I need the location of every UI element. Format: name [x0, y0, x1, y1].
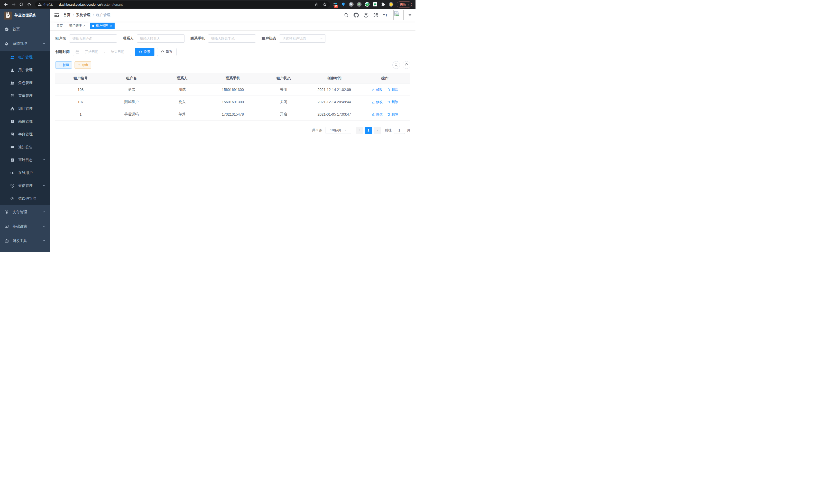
tab-close-icon[interactable]: ✕: [110, 24, 112, 28]
menu-tree-icon: [10, 94, 15, 98]
toggle-search-button[interactable]: [392, 61, 400, 69]
reset-button-label: 重置: [166, 50, 172, 54]
page-unit-label: 页: [407, 128, 410, 132]
cell-tenant-id: 108: [55, 84, 106, 96]
browser-back-icon[interactable]: [3, 1, 9, 8]
search-button[interactable]: 搜索: [135, 48, 154, 56]
sidebar-item-dev-tools[interactable]: 研发工具: [0, 234, 50, 248]
add-button[interactable]: 新增: [55, 61, 72, 68]
help-icon[interactable]: [364, 13, 369, 18]
tab-dept[interactable]: 部门管理 ✕: [67, 23, 88, 29]
date-separator: -: [104, 50, 105, 54]
browser-forward-icon[interactable]: [10, 1, 17, 8]
prev-page-button[interactable]: [355, 127, 363, 134]
sidebar-item-post[interactable]: 岗位管理: [0, 115, 50, 128]
refresh-icon: [161, 50, 165, 54]
sidebar-item-pay[interactable]: 支付管理: [0, 205, 50, 219]
sidebar-item-dict[interactable]: 字典管理: [0, 128, 50, 141]
github-icon[interactable]: [353, 12, 359, 18]
fullscreen-icon[interactable]: [373, 13, 378, 18]
sidebar-item-system[interactable]: 系统管理: [0, 36, 50, 51]
cell-created: 2021-01-05 17:03:47: [309, 108, 360, 120]
extensions-puzzle-icon[interactable]: [381, 2, 385, 7]
screenshot-extension-icon[interactable]: 10: [333, 2, 338, 7]
export-button[interactable]: 导出: [75, 61, 91, 68]
edit-pencil-icon: [372, 100, 375, 103]
col-created: 创建时间: [309, 73, 360, 84]
font-size-icon[interactable]: TT: [383, 13, 389, 18]
edit-link[interactable]: 修改: [372, 100, 382, 104]
user-icon: [10, 68, 15, 72]
cell-contact: 芋艿: [157, 108, 207, 120]
delete-link[interactable]: 删除: [387, 87, 398, 92]
command-extension-icon[interactable]: ⌘: [349, 2, 353, 7]
date-range-picker[interactable]: 开始日期 - 结束日期: [73, 48, 131, 56]
contact-input[interactable]: [137, 34, 185, 42]
infra-monitor-icon: [5, 225, 9, 229]
balloon-extension-icon[interactable]: [341, 2, 346, 7]
edit-label: 修改: [376, 100, 382, 104]
status-placeholder: 请选择租户状态: [282, 36, 320, 41]
browser-home-icon[interactable]: [26, 1, 32, 8]
sidebar-item-audit-log[interactable]: 审计日志: [0, 154, 50, 167]
sidebar-item-user[interactable]: 用户管理: [0, 64, 50, 77]
avatar[interactable]: [393, 10, 404, 20]
sidebar-item-role[interactable]: 角色管理: [0, 77, 50, 89]
sidebar-item-label: 系统管理: [12, 41, 27, 46]
edit-link[interactable]: 修改: [372, 87, 382, 92]
breadcrumb-system[interactable]: 系统管理: [76, 13, 90, 18]
bookmark-star-icon[interactable]: [323, 2, 327, 6]
emoji-extension-icon[interactable]: [389, 2, 393, 7]
tab-tenant[interactable]: 租户管理 ✕: [90, 23, 115, 29]
sidebar-item-tenant[interactable]: 租户管理: [0, 51, 50, 64]
page-number-1[interactable]: 1: [365, 127, 372, 134]
edit-link[interactable]: 修改: [372, 112, 382, 117]
delete-link[interactable]: 删除: [387, 112, 398, 117]
y-extension-icon[interactable]: Y: [365, 2, 370, 7]
reset-button[interactable]: 重置: [157, 48, 176, 56]
browser-update-button[interactable]: 更新: [397, 2, 412, 7]
sidebar-item-online-user[interactable]: 在线用户: [0, 167, 50, 179]
dot-extension-icon[interactable]: [357, 2, 362, 7]
sidebar-item-notice[interactable]: 通知公告: [0, 141, 50, 154]
hamburger-icon[interactable]: [54, 13, 59, 18]
goto-page-input[interactable]: [394, 127, 405, 134]
goto-label: 前往: [385, 128, 392, 132]
mobile-input[interactable]: [208, 34, 256, 42]
chevron-down-icon: [42, 158, 46, 162]
col-contact: 联系人: [157, 73, 207, 84]
col-tenant-id: 租户编号: [55, 73, 106, 84]
chat-extension-icon[interactable]: [373, 2, 377, 7]
share-icon[interactable]: [315, 2, 319, 6]
app-logo-row[interactable]: 芋道管理系统: [0, 9, 50, 22]
browser-reload-icon[interactable]: [18, 1, 25, 8]
refresh-table-button[interactable]: [403, 61, 410, 69]
breadcrumb-separator: /: [93, 13, 94, 17]
tab-label: 部门管理: [69, 24, 82, 28]
security-chip[interactable]: 不安全: [38, 2, 53, 7]
delete-link[interactable]: 删除: [387, 100, 398, 104]
address-bar[interactable]: 不安全 dashboard.yudao.iocoder.cn/system/te…: [35, 1, 330, 8]
sidebar-item-sms[interactable]: 短信管理: [0, 179, 50, 192]
header-search-icon[interactable]: [344, 13, 349, 18]
tab-home[interactable]: 首页: [54, 23, 65, 29]
system-submenu: 租户管理 用户管理 角色管理 菜单管理: [0, 51, 50, 205]
tab-label: 首页: [57, 24, 63, 28]
sidebar-item-error-code[interactable]: 错误码管理: [0, 192, 50, 205]
browser-menu-icon[interactable]: [408, 3, 409, 6]
gear-icon: [5, 41, 9, 46]
page-size-select[interactable]: 10条/页: [325, 127, 351, 134]
breadcrumb-home[interactable]: 首页: [63, 13, 70, 18]
extensions-strip: 10 ⌘ Y 更新: [333, 2, 413, 7]
sidebar-item-home[interactable]: 首页: [0, 22, 50, 36]
sidebar-item-menu[interactable]: 菜单管理: [0, 89, 50, 102]
tenant-name-input[interactable]: [69, 34, 117, 42]
sidebar-item-infra[interactable]: 基础设施: [0, 219, 50, 234]
tenant-name-label: 租户名: [55, 36, 66, 41]
next-page-button[interactable]: [374, 127, 381, 134]
status-select[interactable]: 请选择租户状态: [279, 34, 326, 42]
sidebar-item-dept[interactable]: 部门管理: [0, 102, 50, 115]
caret-down-icon[interactable]: [408, 14, 411, 16]
notice-icon: [10, 145, 15, 149]
tab-close-icon[interactable]: ✕: [83, 24, 86, 28]
